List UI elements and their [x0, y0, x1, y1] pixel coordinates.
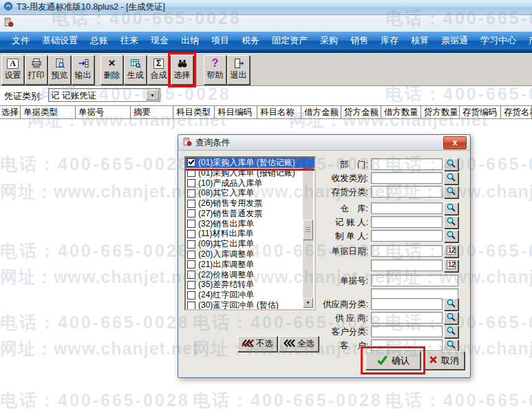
- menu-item-3[interactable]: 总账: [84, 32, 114, 50]
- field-search-button[interactable]: [444, 339, 458, 352]
- grid-header-cell-1[interactable]: 选择: [0, 106, 21, 118]
- toolbar-button-预览[interactable]: 预览: [48, 55, 71, 85]
- grid-header-cell-4[interactable]: 摘要: [131, 106, 173, 118]
- checkbox-unchecked[interactable]: [187, 200, 195, 208]
- field-input-2[interactable]: [371, 172, 443, 184]
- field-search-button[interactable]: [444, 298, 458, 310]
- menu-item-5[interactable]: 现金: [145, 32, 175, 50]
- doc-type-item-1[interactable]: (01)采购入库单 (暂估记账): [186, 158, 315, 168]
- field-input-12[interactable]: [371, 312, 443, 324]
- checkbox-unchecked[interactable]: [187, 179, 195, 187]
- checkbox-unchecked[interactable]: [187, 271, 195, 279]
- checkbox-unchecked[interactable]: [187, 169, 195, 177]
- grid-header-cell-8[interactable]: 借方金额: [301, 106, 341, 118]
- cancel-button[interactable]: 取消: [423, 351, 465, 370]
- menu-item-4[interactable]: 往来: [114, 32, 145, 50]
- field-input-13[interactable]: [371, 326, 443, 337]
- field-input-5[interactable]: [371, 216, 443, 228]
- checkbox-unchecked[interactable]: [187, 230, 195, 238]
- field-search-button[interactable]: [444, 230, 458, 242]
- dialog-title-bar[interactable]: 查询条件 x: [178, 135, 470, 151]
- toolbar-button-生成[interactable]: 生成: [124, 55, 147, 85]
- checkbox-unchecked[interactable]: [187, 220, 195, 228]
- checkbox-unchecked[interactable]: [187, 251, 195, 259]
- confirm-button[interactable]: 确认: [365, 351, 421, 370]
- field-input-1[interactable]: [371, 158, 443, 170]
- toolbar-button-帮助[interactable]: ?帮助: [204, 55, 226, 85]
- watermark-site: 网址：www.chanjet.net: [0, 266, 199, 288]
- field-input-9[interactable]: [371, 275, 458, 286]
- field-input-8[interactable]: [371, 260, 443, 271]
- grid-header-cell-7[interactable]: 科目名称: [257, 106, 301, 118]
- field-search-button[interactable]: [444, 326, 458, 338]
- title-bar: T3-用友通标准版10.8plus2 - [生成凭证]: [0, 0, 532, 15]
- menu-item-16[interactable]: 产品服务: [522, 32, 532, 50]
- toolbar-button-label: 打印: [28, 70, 45, 81]
- toolbar-button-删除[interactable]: ×删除: [100, 55, 123, 85]
- checkbox-unchecked[interactable]: [187, 209, 195, 218]
- grid-header-cell-5[interactable]: 科目类型: [173, 106, 215, 118]
- menu-item-10[interactable]: 采购: [314, 32, 344, 50]
- grid-header-cell-13[interactable]: 存货名称: [501, 106, 532, 118]
- chevron-down-icon[interactable]: ▼: [146, 89, 159, 101]
- menu-item-6[interactable]: 出纳: [175, 32, 205, 50]
- grid-header-cell-2[interactable]: 单据类型: [21, 106, 76, 118]
- field-search-button[interactable]: [444, 172, 458, 185]
- field-input-11[interactable]: [371, 298, 443, 310]
- cross-icon: [429, 355, 438, 366]
- field-search-button[interactable]: [444, 202, 458, 215]
- field-search-button[interactable]: [444, 216, 458, 229]
- menu-item-2[interactable]: 基础设置: [36, 32, 84, 50]
- menu-item-14[interactable]: 票据通: [435, 32, 474, 50]
- voucher-type-combobox[interactable]: 记 记账凭证 ▼: [48, 88, 160, 102]
- field-input-7[interactable]: [371, 245, 443, 257]
- menu-item-1[interactable]: 文件: [6, 32, 36, 50]
- menu-item-11[interactable]: 销售: [344, 32, 374, 50]
- search-icon: [446, 202, 456, 215]
- checkbox-unchecked[interactable]: [187, 302, 195, 310]
- toolbar-button-打印[interactable]: 打印: [25, 55, 47, 85]
- search-icon: [446, 216, 456, 229]
- field-input-3[interactable]: [371, 186, 443, 198]
- select-none-button[interactable]: 不选: [237, 336, 277, 352]
- toolbar-button-选择[interactable]: 选择: [171, 55, 193, 85]
- menu-item-8[interactable]: 税务: [235, 32, 266, 50]
- checkbox-unchecked[interactable]: [187, 240, 195, 249]
- app-logo-icon: [3, 1, 13, 13]
- checkbox-unchecked[interactable]: [187, 281, 195, 289]
- field-search-button[interactable]: [444, 186, 458, 198]
- field-search-button[interactable]: [444, 312, 458, 324]
- grid-header-cell-9[interactable]: 贷方金额: [341, 106, 381, 118]
- grid-header-cell-12[interactable]: 存货编码: [460, 106, 501, 118]
- menu-item-7[interactable]: 项目: [205, 32, 235, 50]
- field-input-4[interactable]: [371, 202, 443, 214]
- menu-item-13[interactable]: 核算: [405, 32, 435, 50]
- checkbox-unchecked[interactable]: [187, 291, 195, 299]
- toolbar-button-输出[interactable]: 输出: [72, 55, 94, 85]
- toolbar-button-设置[interactable]: A设置: [1, 55, 24, 85]
- doc-type-item-11[interactable]: (21)出库调整单: [186, 260, 315, 270]
- menu-item-15[interactable]: 学习中心: [474, 32, 522, 50]
- field-date-button[interactable]: 12: [444, 260, 458, 272]
- grid-header-cell-3[interactable]: 单据号: [76, 106, 131, 118]
- toolbar-button-合成[interactable]: Σ合成: [147, 55, 170, 85]
- generate-grid-icon: [130, 57, 141, 70]
- field-input-14[interactable]: [371, 339, 443, 351]
- toolbar-button-退出[interactable]: 退出: [227, 55, 250, 85]
- menu-item-12[interactable]: 库存: [374, 32, 405, 50]
- field-search-button[interactable]: [444, 158, 458, 171]
- grid-header-cell-6[interactable]: 科目编码: [215, 106, 257, 118]
- printer-icon: [31, 57, 42, 70]
- calendar-icon: 12: [446, 245, 456, 258]
- menu-item-9[interactable]: 固定资产: [266, 32, 314, 50]
- search-icon: [446, 339, 456, 352]
- field-input-6[interactable]: [371, 230, 443, 242]
- field-date-button[interactable]: 12: [444, 245, 458, 257]
- checkbox-checked[interactable]: [187, 158, 195, 167]
- checkbox-unchecked[interactable]: [187, 189, 195, 198]
- grid-header-cell-10[interactable]: 借方数量: [381, 106, 421, 118]
- close-icon[interactable]: x: [443, 136, 467, 149]
- grid-header-cell-11[interactable]: 贷方数量: [421, 106, 460, 118]
- checkbox-unchecked[interactable]: [187, 260, 195, 268]
- select-none-label: 不选: [256, 338, 273, 350]
